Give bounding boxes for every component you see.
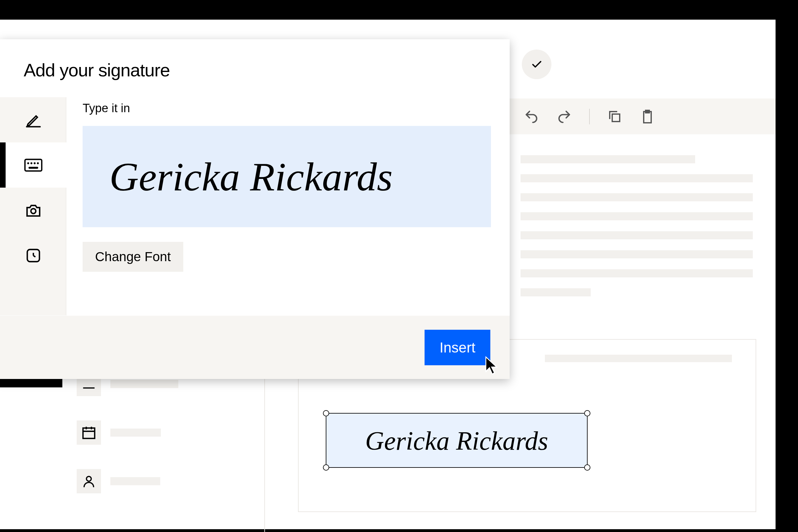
resize-handle-br[interactable] bbox=[584, 464, 590, 471]
window-frame: Gericka Rickards bbox=[0, 0, 798, 532]
pencil-icon bbox=[25, 112, 41, 128]
svg-point-8 bbox=[86, 476, 91, 481]
date-field-icon bbox=[77, 420, 101, 445]
app-stage: Gericka Rickards bbox=[0, 20, 776, 529]
paste-button[interactable] bbox=[640, 109, 655, 125]
sidebar-label-placeholder bbox=[110, 380, 178, 388]
document-toolbar bbox=[510, 98, 776, 134]
keyboard-icon bbox=[24, 159, 42, 172]
svg-rect-10 bbox=[25, 159, 42, 171]
modal-title: Add your signature bbox=[24, 59, 170, 80]
text-line bbox=[520, 231, 753, 239]
tab-recent[interactable] bbox=[0, 233, 66, 278]
fields-sidebar bbox=[62, 372, 264, 528]
tab-type[interactable] bbox=[0, 142, 66, 188]
sidebar-row[interactable] bbox=[77, 469, 264, 493]
text-line bbox=[520, 212, 753, 220]
svg-line-19 bbox=[33, 255, 36, 257]
active-tab-indicator bbox=[0, 142, 6, 188]
tab-draw[interactable] bbox=[0, 97, 66, 142]
modal-subtitle: Type it in bbox=[82, 101, 130, 115]
add-signature-modal: Add your signature Ty bbox=[0, 39, 510, 379]
placed-signature-text: Gericka Rickards bbox=[326, 414, 587, 469]
copy-icon bbox=[607, 109, 622, 124]
signature-method-tabs bbox=[0, 97, 66, 316]
sidebar-label-placeholder bbox=[110, 477, 160, 485]
placed-signature[interactable]: Gericka Rickards bbox=[326, 413, 588, 468]
check-icon bbox=[531, 59, 543, 71]
text-line bbox=[520, 269, 753, 278]
done-button[interactable] bbox=[522, 50, 551, 79]
frame-edge bbox=[0, 379, 62, 387]
resize-handle-bl[interactable] bbox=[323, 464, 329, 471]
resize-handle-tl[interactable] bbox=[323, 410, 329, 416]
tab-camera[interactable] bbox=[0, 188, 66, 233]
document-body-placeholder bbox=[520, 155, 753, 307]
redo-button[interactable] bbox=[556, 109, 572, 125]
sidebar-row[interactable] bbox=[77, 420, 264, 445]
text-line bbox=[520, 193, 753, 201]
redo-icon bbox=[556, 109, 572, 125]
field-header bbox=[545, 355, 732, 362]
svg-point-16 bbox=[31, 209, 36, 213]
svg-rect-4 bbox=[83, 428, 95, 438]
text-line bbox=[520, 288, 591, 297]
clock-icon bbox=[25, 247, 41, 264]
sidebar-label-placeholder bbox=[110, 429, 161, 437]
modal-footer: Insert bbox=[0, 316, 510, 379]
sidebar-divider bbox=[264, 379, 265, 532]
copy-button[interactable] bbox=[607, 109, 623, 125]
calendar-icon bbox=[81, 425, 97, 440]
undo-icon bbox=[524, 109, 539, 125]
person-icon bbox=[82, 474, 96, 488]
signature-input[interactable]: Gericka Rickards bbox=[82, 126, 491, 227]
paste-icon bbox=[640, 109, 655, 124]
signature-line-icon bbox=[82, 378, 96, 390]
text-line bbox=[520, 250, 753, 258]
resize-handle-tr[interactable] bbox=[584, 410, 590, 416]
modal-body: Add your signature Ty bbox=[0, 39, 510, 316]
signature-input-value: Gericka Rickards bbox=[109, 153, 393, 200]
text-line bbox=[520, 155, 695, 163]
svg-rect-0 bbox=[612, 114, 620, 121]
name-field-icon bbox=[77, 469, 101, 493]
cursor-icon bbox=[484, 356, 499, 376]
toolbar-divider bbox=[589, 109, 590, 125]
text-line bbox=[520, 174, 753, 182]
undo-button[interactable] bbox=[524, 109, 539, 125]
camera-icon bbox=[25, 203, 42, 218]
change-font-button[interactable]: Change Font bbox=[82, 242, 183, 272]
insert-button[interactable]: Insert bbox=[424, 330, 490, 365]
mouse-cursor bbox=[484, 356, 499, 376]
